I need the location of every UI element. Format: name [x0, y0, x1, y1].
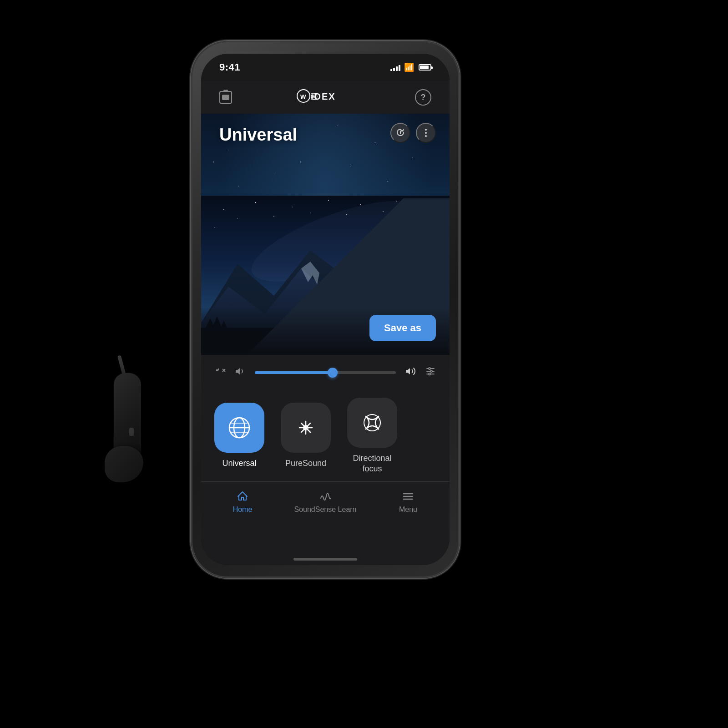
directional-icon — [359, 410, 385, 435]
program-universal[interactable]: Universal — [210, 403, 268, 469]
ha-button — [129, 428, 134, 436]
puresound-label: PureSound — [285, 458, 326, 469]
mute-icon[interactable] — [215, 366, 226, 379]
signal-bar-2 — [393, 68, 395, 71]
svg-point-6 — [255, 202, 256, 203]
svg-point-37 — [429, 368, 430, 369]
app-header: w iDEX ® ? — [201, 81, 450, 114]
program-puresound[interactable]: PureSound — [277, 403, 335, 469]
signal-bars-icon — [390, 64, 400, 71]
svg-point-32 — [425, 129, 427, 131]
svg-point-16 — [383, 211, 384, 212]
home-icon — [236, 490, 249, 503]
universal-icon — [227, 415, 252, 440]
hearing-aid-device — [96, 355, 155, 473]
svg-point-8 — [328, 200, 329, 201]
svg-point-11 — [428, 209, 429, 210]
svg-point-9 — [360, 204, 361, 205]
volume-slider-fill — [255, 371, 333, 374]
device-battery-icon — [219, 91, 232, 104]
svg-point-34 — [425, 135, 427, 137]
device-battery-level — [222, 95, 230, 100]
svg-point-33 — [425, 132, 427, 134]
battery-icon — [419, 64, 431, 71]
volume-high-icon[interactable] — [405, 366, 416, 379]
notch — [289, 54, 362, 70]
home-indicator — [293, 558, 357, 561]
soundsense-icon — [319, 490, 332, 503]
widex-logo: w iDEX ® — [296, 89, 351, 106]
ha-module — [105, 446, 143, 482]
battery-fill — [420, 66, 429, 69]
svg-point-39 — [429, 373, 430, 375]
nav-menu-label: Menu — [399, 506, 417, 514]
hero-title: Universal — [219, 125, 297, 145]
svg-point-12 — [237, 218, 238, 219]
volume-low-icon[interactable] — [235, 366, 246, 379]
universal-label: Universal — [222, 458, 256, 469]
svg-point-13 — [273, 216, 274, 217]
svg-text:w: w — [300, 92, 307, 100]
menu-icon — [402, 490, 415, 503]
more-options-button[interactable] — [416, 123, 436, 143]
svg-point-38 — [430, 370, 432, 372]
svg-marker-24 — [201, 318, 219, 337]
nav-home-label: Home — [233, 506, 253, 514]
svg-point-15 — [346, 214, 347, 215]
hero-area: Universal — [201, 114, 450, 355]
program-directional[interactable]: Directional focus — [343, 398, 401, 475]
nav-home[interactable]: Home — [201, 490, 284, 514]
svg-marker-25 — [208, 316, 226, 339]
directional-label: Directional focus — [353, 453, 391, 475]
signal-bar-1 — [390, 69, 392, 71]
puresound-icon — [293, 415, 318, 440]
help-button[interactable]: ? — [415, 89, 431, 106]
svg-marker-26 — [215, 321, 233, 341]
signal-bar-3 — [396, 66, 398, 71]
nav-soundsense[interactable]: SoundSense Learn — [284, 490, 367, 514]
directional-icon-wrap — [347, 398, 397, 448]
program-grid: Universal PureSound — [201, 390, 450, 481]
hero-controls — [390, 123, 436, 143]
volume-slider-thumb[interactable] — [328, 368, 338, 378]
volume-bar — [201, 355, 450, 390]
svg-point-18 — [214, 227, 215, 228]
svg-point-5 — [223, 209, 224, 210]
nav-soundsense-label: SoundSense Learn — [294, 506, 357, 514]
svg-point-17 — [415, 217, 415, 218]
signal-bar-4 — [399, 65, 400, 71]
svg-point-10 — [396, 201, 397, 202]
svg-marker-31 — [374, 254, 390, 272]
svg-marker-30 — [301, 262, 319, 284]
puresound-icon-wrap — [281, 403, 331, 453]
svg-point-7 — [292, 207, 293, 207]
equalizer-icon[interactable] — [425, 366, 436, 379]
help-icon: ? — [421, 93, 426, 102]
svg-point-19 — [437, 220, 438, 221]
phone-screen: 9:41 📶 — [201, 54, 450, 565]
reset-button[interactable] — [390, 123, 410, 143]
nav-menu[interactable]: Menu — [367, 490, 450, 514]
save-as-button[interactable]: Save as — [369, 315, 436, 341]
svg-text:®: ® — [311, 91, 318, 101]
phone: 9:41 📶 — [191, 41, 460, 578]
bottom-nav: Home SoundSense Learn Menu — [201, 481, 450, 565]
wifi-icon: 📶 — [404, 62, 414, 72]
scene: 9:41 📶 — [0, 0, 728, 728]
svg-point-14 — [310, 212, 310, 213]
volume-slider[interactable] — [255, 371, 396, 374]
svg-point-20 — [243, 196, 433, 298]
status-time: 9:41 — [219, 61, 240, 73]
universal-icon-wrap — [214, 403, 264, 453]
status-icons: 📶 — [390, 62, 431, 72]
